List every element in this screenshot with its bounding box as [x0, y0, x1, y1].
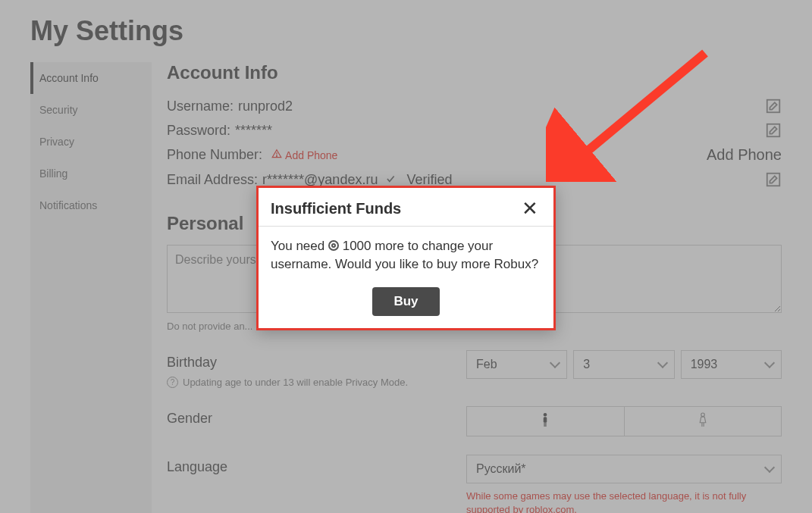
modal-close-button[interactable]: ✕: [519, 199, 541, 218]
modal-body: You need 1000 more to change your userna…: [259, 227, 553, 280]
modal-overlay[interactable]: Insufficient Funds ✕ You need 1000 more …: [0, 0, 812, 513]
modal-title: Insufficient Funds: [271, 200, 401, 217]
modal-amount: 1000: [343, 239, 372, 253]
robux-icon: [328, 240, 339, 251]
insufficient-funds-modal: Insufficient Funds ✕ You need 1000 more …: [256, 186, 556, 330]
close-icon: ✕: [522, 197, 538, 220]
buy-button[interactable]: Buy: [372, 287, 439, 316]
modal-body-prefix: You need: [271, 239, 328, 253]
